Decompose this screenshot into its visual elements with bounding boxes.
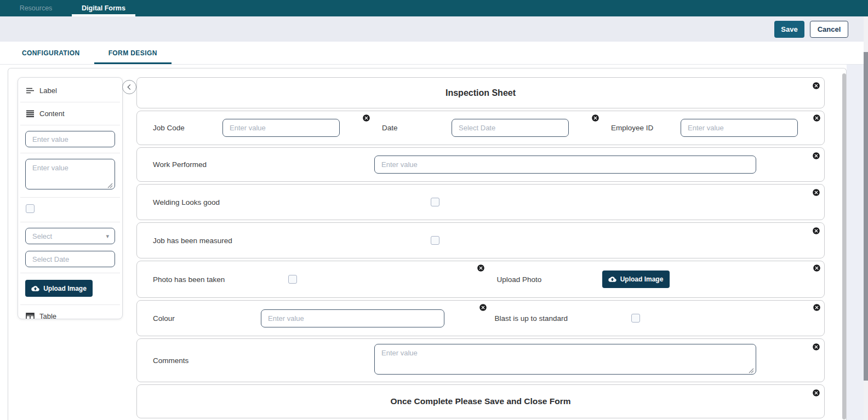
tab-label: FORM DESIGN [108,49,157,57]
palette-item-select[interactable]: Select ▾ [25,228,115,244]
collapse-palette-button[interactable] [122,80,136,94]
page-scrollbar-thumb[interactable] [864,52,868,381]
label-lines-icon [26,87,35,95]
job-code-input[interactable] [222,119,340,137]
remove-row-icon[interactable] [812,227,820,235]
palette-item-date[interactable] [25,251,115,267]
remove-field-icon[interactable] [813,303,821,312]
palette-item-checkbox[interactable] [26,204,35,213]
active-tab-underline [72,14,135,16]
footer-row[interactable]: Once Complete Please Save and Close Form [136,384,825,418]
field-label: Date [382,124,398,132]
cancel-button[interactable]: Cancel [810,21,848,38]
field-label: Job has been measured [153,237,431,245]
topnav-tab-resources[interactable]: Resources [0,0,72,16]
form-row[interactable]: Colour Blast is up to standard [136,300,825,336]
measured-checkbox[interactable] [431,236,439,245]
field-label: Colour [153,314,261,323]
remove-field-icon[interactable] [362,114,370,122]
employee-id-input[interactable] [681,119,798,137]
remove-row-icon[interactable] [812,188,820,197]
page-scrollbar[interactable] [864,16,868,420]
canvas-scrollbar-thumb[interactable] [842,73,846,419]
welding-checkbox[interactable] [431,198,439,206]
field-label: Work Performed [153,160,374,169]
field-label: Upload Photo [497,275,602,284]
remove-row-icon[interactable] [812,343,820,351]
footer-label: Once Complete Please Save and Close Form [390,396,570,406]
palette-item-text: Label [39,87,57,95]
field-group-date[interactable]: Date [366,111,595,145]
remove-field-icon[interactable] [813,264,821,272]
blast-checkbox[interactable] [631,314,640,323]
page-gutter [847,65,864,420]
textarea-input[interactable] [25,159,115,189]
tab-label: CONFIGURATION [22,49,80,57]
divider [20,153,120,153]
resize-handle-icon[interactable] [107,183,113,188]
divider [20,125,120,125]
remove-field-icon[interactable] [479,303,487,312]
field-label: Photo has been taken [153,275,288,284]
form-row[interactable]: Work Performed [136,147,825,182]
save-button[interactable]: Save [774,21,804,38]
date-input[interactable] [25,251,115,267]
form-row[interactable]: Job has been measured [136,222,825,258]
palette-item-content[interactable]: Content [18,102,122,125]
topnav-tab-label: Resources [20,4,53,12]
tab-form-design[interactable]: FORM DESIGN [94,42,172,64]
field-group-job-code[interactable]: Job Code [137,111,366,145]
upload-image-label: Upload Image [620,275,664,283]
remove-row-icon[interactable] [812,82,820,90]
remove-row-icon[interactable] [812,152,820,160]
work-performed-input[interactable] [374,156,756,174]
palette-item-text-input[interactable] [25,131,115,147]
palette-item-text: Table [39,312,56,319]
palette-item-textarea[interactable] [25,159,115,192]
text-input[interactable] [25,131,115,147]
palette-item-label[interactable]: Label [18,78,122,102]
divider [20,222,120,222]
resize-handle-icon[interactable] [749,368,754,373]
table-icon [26,313,35,320]
remove-field-icon[interactable] [591,114,599,122]
field-group-colour[interactable]: Colour [137,301,483,336]
field-group-blast[interactable]: Blast is up to standard [483,301,825,336]
form-title: Inspection Sheet [446,88,516,98]
comments-textarea[interactable] [374,344,756,375]
field-label: Blast is up to standard [495,314,631,323]
field-group-employee-id[interactable]: Employee ID [595,111,824,145]
remove-field-icon[interactable] [813,114,821,122]
form-row[interactable]: Job Code Date Employee ID [136,111,825,145]
comments-textarea-wrap [374,344,756,377]
remove-row-icon[interactable] [812,389,820,397]
form-row[interactable]: Photo has been taken Upload Photo Upload… [136,261,825,298]
palette-item-upload-image[interactable]: Upload Image [25,280,115,297]
upload-image-button[interactable]: Upload Image [25,280,93,297]
form-canvas: Inspection Sheet Job Code Date [136,77,825,420]
topnav-tab-label: Digital Forms [82,4,125,12]
form-row[interactable]: Welding Looks good [136,184,825,220]
remove-field-icon[interactable] [477,264,485,272]
component-palette: Label Content Select ▾ [18,77,123,319]
field-label: Welding Looks good [153,198,431,206]
photo-taken-checkbox[interactable] [288,275,297,284]
colour-input[interactable] [261,309,444,327]
upload-image-label: Upload Image [43,285,87,292]
palette-item-text: Content [39,110,65,118]
date-input[interactable] [452,119,569,137]
top-navigation: Resources Digital Forms [0,0,868,16]
form-row[interactable]: Comments [136,338,825,382]
field-group-photo-taken[interactable]: Photo has been taken [137,261,481,297]
palette-item-table[interactable]: Table [18,305,122,319]
design-tabs: CONFIGURATION FORM DESIGN [0,42,868,65]
topnav-tab-digital-forms[interactable]: Digital Forms [72,0,135,16]
field-group-upload-photo[interactable]: Upload Photo Upload Image [481,261,825,297]
select-placeholder: Select [32,232,52,240]
action-toolbar: Save Cancel [0,16,868,42]
upload-image-button[interactable]: Upload Image [602,271,670,288]
title-row[interactable]: Inspection Sheet [136,77,825,108]
divider [20,197,120,198]
cloud-upload-icon [31,285,39,292]
tab-configuration[interactable]: CONFIGURATION [8,42,94,64]
